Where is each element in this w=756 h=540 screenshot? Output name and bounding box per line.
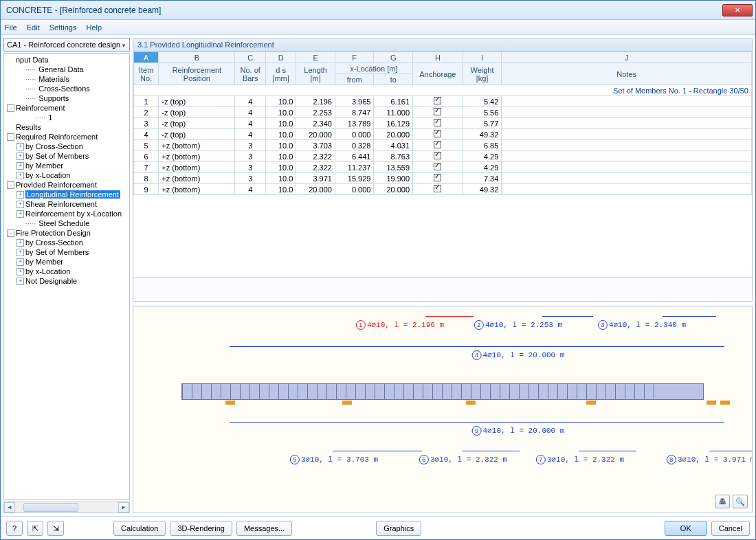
menu-edit[interactable]: Edit <box>27 23 40 32</box>
calculation-button[interactable]: Calculation <box>113 521 166 536</box>
diagram-print-icon[interactable]: 🖶 <box>715 495 730 508</box>
tree-item[interactable]: +by Set of Members <box>4 247 129 257</box>
scroll-thumb[interactable] <box>23 503 78 512</box>
beam-graphic <box>181 383 704 400</box>
support-icon <box>466 401 476 405</box>
col-anch: Anchorage <box>413 63 463 85</box>
support-icon <box>342 401 352 405</box>
tree-item[interactable]: +by Member <box>4 257 129 267</box>
tree-item[interactable]: ·····Materials <box>4 74 129 84</box>
menu-help[interactable]: Help <box>86 23 102 32</box>
menubar: File Edit Settings Help <box>1 20 755 35</box>
table-row[interactable]: 7+z (bottom)310.02.32211.23713.5594.29 <box>134 162 752 173</box>
tree-item[interactable]: ·····Supports <box>4 93 129 103</box>
rebar-label: 53⌀10, l = 3.703 m <box>290 455 378 464</box>
col-letter[interactable]: D <box>265 52 296 63</box>
support-icon <box>586 401 596 405</box>
anchorage-checkbox[interactable] <box>434 141 441 148</box>
graphics-button[interactable]: Graphics <box>376 521 421 536</box>
rebar-label: 14⌀10, l = 2.196 m <box>356 320 444 330</box>
col-letter[interactable]: H <box>413 52 463 63</box>
rendering-button[interactable]: 3D-Rendering <box>170 521 232 536</box>
rebar-label: 73⌀10, l = 2.322 m <box>536 455 624 464</box>
col-letter[interactable]: E <box>296 52 335 63</box>
tree-item[interactable]: ·····1 <box>4 113 129 122</box>
col-ds: d s[mm] <box>265 63 296 85</box>
help-button[interactable]: ? <box>6 521 23 536</box>
export-button[interactable]: ⇱ <box>27 521 43 536</box>
col-letter[interactable]: F <box>335 52 374 63</box>
case-combo[interactable]: CA1 - Reinforced concrete design <box>3 38 130 52</box>
tree-item[interactable]: -Provided Reinforcement <box>4 180 129 190</box>
tree-item[interactable]: +Reinforcement by x-Location <box>4 209 129 218</box>
tree-item[interactable]: -Fire Protection Design <box>4 228 129 238</box>
cancel-button[interactable]: Cancel <box>711 521 750 536</box>
col-weight: Weight[kg] <box>463 63 502 85</box>
app-window: CONCRETE - [Reinforced concrete beam] ✕ … <box>0 0 756 540</box>
col-letter[interactable]: G <box>374 52 413 63</box>
table-row[interactable]: 2-z (top)410.02.2538.74711.0005.56 <box>134 107 752 118</box>
anchorage-checkbox[interactable] <box>434 108 441 115</box>
table-row[interactable]: 3-z (top)410.02.34013.78916.1295.77 <box>134 118 752 129</box>
tree-item[interactable]: -Required Reinforcement <box>4 132 129 142</box>
tree-item[interactable]: Results <box>4 122 129 132</box>
table-row[interactable]: 6+z (bottom)310.02.3226.4418.7634.29 <box>134 151 752 162</box>
window-title: CONCRETE - [Reinforced concrete beam] <box>3 5 722 15</box>
col-bars: No. ofBars <box>235 63 265 85</box>
anchorage-checkbox[interactable] <box>434 163 441 170</box>
col-notes: Notes <box>502 63 752 85</box>
col-letter[interactable]: B <box>159 52 235 63</box>
col-letter[interactable]: I <box>463 52 502 63</box>
navigator-tree[interactable]: nput Data·····General Data·····Materials… <box>3 53 130 500</box>
col-len: Length[m] <box>296 63 335 85</box>
anchorage-checkbox[interactable] <box>434 97 441 104</box>
scroll-left-icon[interactable]: ◄ <box>4 502 15 513</box>
tree-item[interactable]: ·····Steel Schedule <box>4 218 129 228</box>
rebar-label: 24⌀10, l = 2.253 m <box>474 320 562 330</box>
panel-title: 3.1 Provided Longitudinal Reinforcement <box>133 38 753 52</box>
table-row[interactable]: 5+z (bottom)310.03.7030.3284.0316.85 <box>134 140 752 151</box>
tree-item[interactable]: +by Set of Members <box>4 151 129 161</box>
menu-file[interactable]: File <box>5 23 17 32</box>
support-icon <box>225 401 235 405</box>
col-letter[interactable]: C <box>235 52 265 63</box>
tree-item[interactable]: +by x-Location <box>4 170 129 180</box>
notes-box <box>133 278 753 302</box>
tree-item[interactable]: +by x-Location <box>4 267 129 276</box>
tree-item[interactable]: +by Cross-Section <box>4 142 129 151</box>
scroll-right-icon[interactable]: ► <box>118 502 129 513</box>
anchorage-checkbox[interactable] <box>434 185 441 192</box>
table-row[interactable]: 1-z (top)410.02.1963.9656.1615.42 <box>134 96 752 107</box>
tree-item[interactable]: +by Member <box>4 161 129 170</box>
tree-item[interactable]: ·····Cross-Sections <box>4 84 129 93</box>
close-button[interactable]: ✕ <box>722 4 753 16</box>
table-row[interactable]: 9+z (bottom)410.020.0000.00020.00049.32 <box>134 184 752 195</box>
anchorage-checkbox[interactable] <box>434 130 441 137</box>
table-row[interactable]: 4-z (top)410.020.0000.00020.00049.32 <box>134 129 752 140</box>
tree-item[interactable]: +Shear Reinforcement <box>4 199 129 209</box>
col-to: to <box>374 74 413 85</box>
beam-diagram[interactable]: 🖶 🔍 14⌀10, l = 2.196 m24⌀10, l = 2.253 m… <box>133 306 753 513</box>
anchorage-checkbox[interactable] <box>434 119 441 126</box>
tree-item[interactable]: +by Cross-Section <box>4 238 129 247</box>
messages-button[interactable]: Messages... <box>236 521 292 536</box>
ok-button[interactable]: OK <box>665 521 707 536</box>
footer: ? ⇱ ⇲ Calculation 3D-Rendering Messages.… <box>1 516 755 539</box>
anchorage-checkbox[interactable] <box>434 152 441 159</box>
col-xloc: x-Location [m] <box>335 63 412 74</box>
anchorage-checkbox[interactable] <box>434 174 441 181</box>
tree-item[interactable]: +Not Designable <box>4 276 129 286</box>
tree-item[interactable]: nput Data <box>4 55 129 65</box>
tree-item[interactable]: ·····General Data <box>4 65 129 74</box>
col-letter[interactable]: J <box>502 52 752 63</box>
diagram-zoom-icon[interactable]: 🔍 <box>733 495 748 508</box>
results-grid[interactable]: ABCDEFGHIJ ItemNo. ReinforcementPosition… <box>133 52 753 278</box>
tree-item[interactable]: -Reinforcement <box>4 103 129 113</box>
tree-hscroll[interactable]: ◄ ► <box>3 502 130 513</box>
col-letter[interactable]: A <box>134 52 159 63</box>
menu-settings[interactable]: Settings <box>49 23 77 32</box>
titlebar: CONCRETE - [Reinforced concrete beam] ✕ <box>1 1 755 20</box>
tree-item[interactable]: +Longitudinal Reinforcement <box>4 190 129 199</box>
table-row[interactable]: 8+z (bottom)310.03.97115.92919.9007.34 <box>134 173 752 184</box>
import-button[interactable]: ⇲ <box>47 521 64 536</box>
